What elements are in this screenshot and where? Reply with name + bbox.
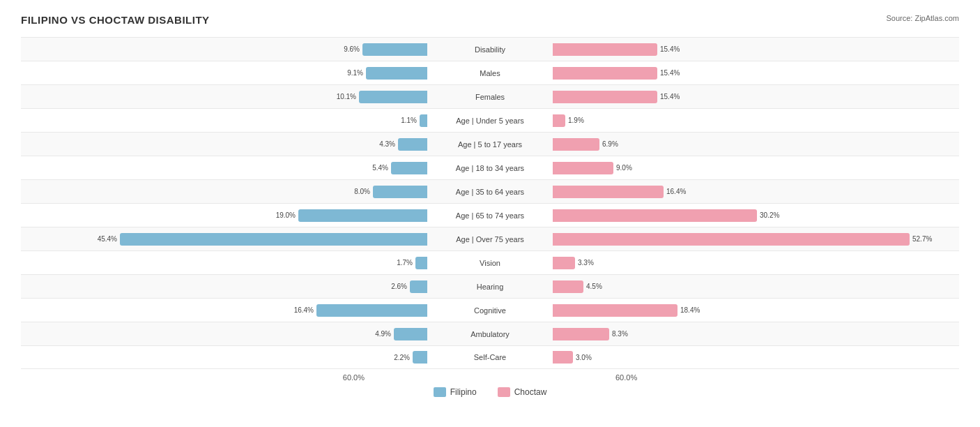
row-label: Age | 5 to 17 years <box>427 140 553 149</box>
left-value: 10.1% <box>337 93 356 100</box>
row-inner: 2.6% Hearing 4.5% <box>21 275 959 298</box>
pink-bar-wrap: 52.7% <box>553 233 959 246</box>
left-section: 16.4% <box>21 299 427 322</box>
pink-bar <box>553 257 575 269</box>
right-value: 3.3% <box>578 259 594 267</box>
left-section: 1.7% <box>21 251 427 274</box>
row-inner: 4.3% Age | 5 to 17 years 6.9% <box>21 133 959 156</box>
right-section: 4.5% <box>553 275 959 298</box>
pink-bar <box>553 43 657 56</box>
pink-bar-wrap: 1.9% <box>553 114 959 127</box>
legend-filipino-label: Filipino <box>450 387 477 397</box>
row-label: Cognitive <box>427 306 553 315</box>
left-value: 4.3% <box>379 140 395 148</box>
pink-bar <box>553 304 677 317</box>
chart-row: 4.3% Age | 5 to 17 years 6.9% <box>21 132 959 156</box>
right-section: 9.0% <box>553 156 959 179</box>
right-section: 15.4% <box>553 38 959 61</box>
row-inner: 1.7% Vision 3.3% <box>21 251 959 274</box>
row-label: Age | Under 5 years <box>427 117 553 125</box>
row-label: Age | 35 to 64 years <box>427 188 553 196</box>
row-inner: 2.2% Self-Care 3.0% <box>21 346 959 368</box>
chart-row: 9.6% Disability 15.4% <box>21 37 959 61</box>
right-section: 3.0% <box>553 346 959 368</box>
chart-row: 2.2% Self-Care 3.0% <box>21 345 959 369</box>
pink-bar-wrap: 16.4% <box>553 186 959 198</box>
row-inner: 9.6% Disability 15.4% <box>21 38 959 61</box>
left-section: 5.4% <box>21 156 427 179</box>
left-value: 16.4% <box>294 306 314 314</box>
left-value: 45.4% <box>98 235 117 243</box>
pink-bar <box>553 114 565 127</box>
right-section: 15.4% <box>553 61 959 84</box>
left-section: 10.1% <box>21 85 427 108</box>
pink-bar-wrap: 9.0% <box>553 162 959 174</box>
blue-bar-wrap: 1.7% <box>21 257 427 269</box>
right-value: 15.4% <box>660 69 680 77</box>
legend: Filipino Choctaw <box>21 387 959 397</box>
right-value: 1.9% <box>568 117 584 124</box>
chart-row: 10.1% Females 15.4% <box>21 84 959 108</box>
row-label: Age | 18 to 34 years <box>427 164 553 172</box>
chart-area: 9.6% Disability 15.4% 9.1% <box>21 37 959 369</box>
legend-choctaw-label: Choctaw <box>514 387 547 397</box>
blue-bar <box>120 233 427 246</box>
pink-bar-wrap: 30.2% <box>553 209 959 222</box>
blue-bar <box>391 162 427 174</box>
right-section: 1.9% <box>553 109 959 132</box>
pink-bar-wrap: 3.3% <box>553 257 959 269</box>
pink-bar <box>553 328 609 340</box>
left-value: 4.9% <box>375 330 391 338</box>
right-section: 18.4% <box>553 299 959 322</box>
right-value: 16.4% <box>666 188 686 195</box>
blue-bar <box>362 43 427 56</box>
chart-row: 19.0% Age | 65 to 74 years 30.2% <box>21 203 959 227</box>
left-section: 19.0% <box>21 204 427 227</box>
left-section: 8.0% <box>21 180 427 203</box>
row-inner: 19.0% Age | 65 to 74 years 30.2% <box>21 204 959 227</box>
legend-filipino-box <box>434 387 446 397</box>
blue-bar-wrap: 4.3% <box>21 138 427 151</box>
legend-filipino: Filipino <box>434 387 477 397</box>
blue-bar-wrap: 2.2% <box>21 351 427 364</box>
right-section: 16.4% <box>553 180 959 203</box>
row-label: Age | 65 to 74 years <box>427 211 553 220</box>
pink-bar-wrap: 18.4% <box>553 304 959 317</box>
blue-bar-wrap: 10.1% <box>21 91 427 103</box>
blue-bar-wrap: 16.4% <box>21 304 427 317</box>
right-section: 30.2% <box>553 204 959 227</box>
axis-row: 60.0% 60.0% <box>21 373 959 382</box>
right-value: 15.4% <box>660 45 680 53</box>
blue-bar <box>394 328 427 340</box>
left-value: 19.0% <box>276 211 296 219</box>
left-value: 2.6% <box>391 283 407 290</box>
pink-bar <box>553 233 910 246</box>
row-label: Self-Care <box>427 353 553 361</box>
blue-bar <box>420 114 427 127</box>
pink-bar-wrap: 4.5% <box>553 280 959 293</box>
row-inner: 9.1% Males 15.4% <box>21 61 959 84</box>
row-label: Hearing <box>427 283 553 291</box>
row-inner: 10.1% Females 15.4% <box>21 85 959 108</box>
blue-bar-wrap: 9.1% <box>21 67 427 80</box>
chart-row: 4.9% Ambulatory 8.3% <box>21 322 959 345</box>
pink-bar-wrap: 15.4% <box>553 43 959 56</box>
row-inner: 8.0% Age | 35 to 64 years 16.4% <box>21 180 959 203</box>
chart-title: FILIPINO VS CHOCTAW DISABILITY <box>21 14 210 26</box>
pink-bar <box>553 351 573 364</box>
blue-bar <box>413 351 427 364</box>
row-label: Vision <box>427 259 553 267</box>
blue-bar <box>359 91 427 103</box>
right-section: 8.3% <box>553 322 959 345</box>
legend-choctaw: Choctaw <box>498 387 547 397</box>
chart-row: 5.4% Age | 18 to 34 years 9.0% <box>21 156 959 179</box>
chart-source: Source: ZipAtlas.com <box>886 14 959 22</box>
blue-bar-wrap: 2.6% <box>21 280 427 293</box>
chart-row: 2.6% Hearing 4.5% <box>21 274 959 298</box>
row-inner: 5.4% Age | 18 to 34 years 9.0% <box>21 156 959 179</box>
left-value: 9.6% <box>344 45 360 53</box>
left-value: 9.1% <box>347 69 363 77</box>
left-section: 2.6% <box>21 275 427 298</box>
pink-bar <box>553 162 613 174</box>
pink-bar <box>553 67 657 80</box>
